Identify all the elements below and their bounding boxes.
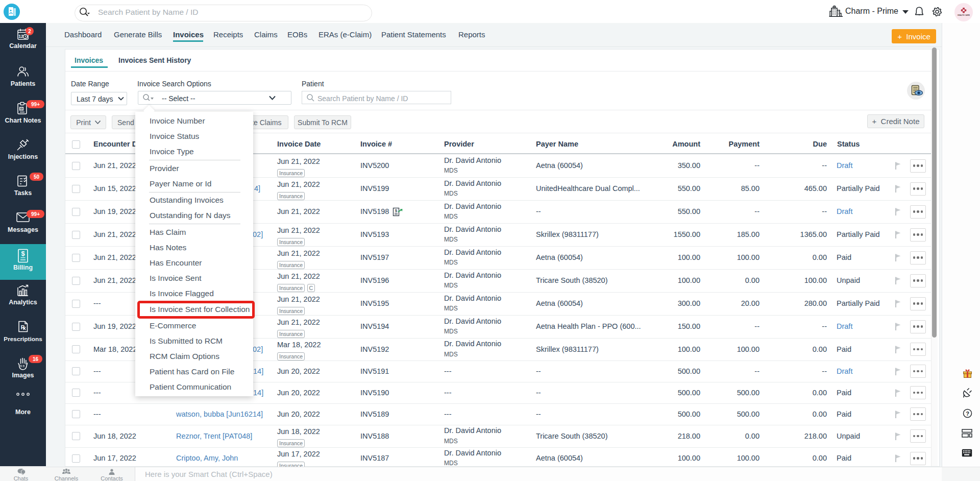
svg-text:HEALTH CARE: HEALTH CARE (958, 14, 970, 16)
svg-text:$: $ (21, 250, 25, 257)
svg-text:CC: CC (20, 108, 23, 110)
svg-text:12: 12 (18, 34, 23, 39)
svg-text:?: ? (966, 411, 969, 417)
svg-text:$: $ (395, 208, 398, 213)
svg-text:R: R (21, 324, 25, 330)
